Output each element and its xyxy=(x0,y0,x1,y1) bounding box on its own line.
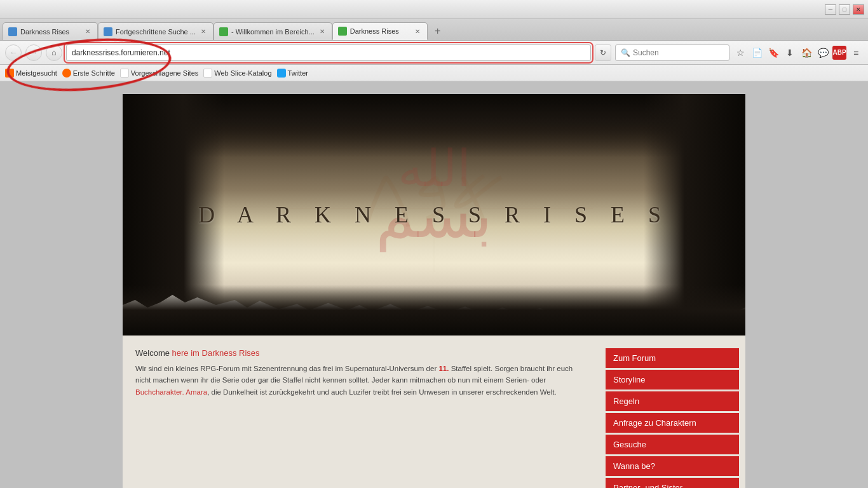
star-icon[interactable]: ☆ xyxy=(733,46,747,60)
tab-1-icon xyxy=(8,27,17,36)
close-button[interactable]: ✕ xyxy=(853,4,864,15)
sidebar-menu: Zum Forum Storyline Regeln Anfrage zu Ch… xyxy=(606,348,739,488)
search-icon: 🔍 xyxy=(621,48,630,57)
tab-4-close[interactable]: ✕ xyxy=(413,27,422,36)
title-bar: ─ □ ✕ xyxy=(0,0,868,19)
menu-partner[interactable]: Partner- und Sister xyxy=(606,478,739,488)
bookmark-vorgeschlagene[interactable]: Vorgeschlagene Sites xyxy=(120,69,198,78)
header-dark-bottom xyxy=(123,285,745,336)
tab-4[interactable]: Darkness Rises ✕ xyxy=(332,22,428,40)
tab-2-title: Fortgeschrittene Suche ... xyxy=(116,28,196,36)
search-input[interactable] xyxy=(633,48,728,57)
window-controls[interactable]: ─ □ ✕ xyxy=(825,4,864,15)
tab-4-icon xyxy=(338,27,347,36)
back-button[interactable]: ← xyxy=(5,44,22,61)
bookmark-meistgesucht-label: Meistgesucht xyxy=(16,69,57,77)
home-button[interactable]: ⌂ xyxy=(46,44,62,61)
site-header: 𐤀𐤁𐤂 بسم الله D A R K N E S S R I S E S xyxy=(123,94,745,336)
tab-2[interactable]: Fortgeschrittene Suche ... ✕ xyxy=(98,22,214,40)
home-nav-icon[interactable]: 🏠 xyxy=(799,46,813,60)
reader-icon[interactable]: 📄 xyxy=(750,46,764,60)
tab-bar: Darkness Rises ✕ Fortgeschrittene Suche … xyxy=(0,19,868,41)
nav-icons: ☆ 📄 🔖 ⬇ 🏠 💬 ABP ≡ xyxy=(733,46,863,60)
menu-anfrage[interactable]: Anfrage zu Charaktern xyxy=(606,413,739,433)
website-wrapper: 𐤀𐤁𐤂 بسم الله D A R K N E S S R I S E S xyxy=(123,94,745,488)
bookmark-erste-schritte[interactable]: Erste Schritte xyxy=(62,69,115,78)
download-icon[interactable]: ⬇ xyxy=(783,46,797,60)
tab-2-close[interactable]: ✕ xyxy=(199,27,208,36)
welcome-text: Wir sind ein kleines RPG-Forum mit Szene… xyxy=(135,363,587,398)
bookmark-webslice[interactable]: Web Slice-Katalog xyxy=(203,69,271,78)
bookmark-vorgeschlagene-icon xyxy=(120,69,129,78)
minimize-button[interactable]: ─ xyxy=(825,4,836,15)
new-tab-button[interactable]: + xyxy=(429,22,447,40)
forward-button[interactable]: → xyxy=(25,44,42,61)
refresh-button[interactable]: ↻ xyxy=(595,44,611,61)
menu-wanna-be[interactable]: Wanna be? xyxy=(606,456,739,476)
bookmark-erste-schritte-label: Erste Schritte xyxy=(73,69,115,77)
buchcharakter-link[interactable]: Buchcharakter. Amara xyxy=(135,388,207,396)
tab-1-close[interactable]: ✕ xyxy=(83,27,92,36)
tab-3-close[interactable]: ✕ xyxy=(318,27,327,36)
welcome-heading: Welcome here im Darkness Rises xyxy=(135,348,587,358)
url-bar[interactable] xyxy=(66,44,591,61)
tab-1-title: Darkness Rises xyxy=(20,28,80,36)
tab-1[interactable]: Darkness Rises ✕ xyxy=(3,22,98,40)
bookmark-webslice-label: Web Slice-Katalog xyxy=(214,69,271,77)
tab-4-title: Darkness Rises xyxy=(350,27,410,35)
menu-gesuche[interactable]: Gesuche xyxy=(606,435,739,454)
tab-2-icon xyxy=(104,27,112,36)
pocket-icon[interactable]: 🔖 xyxy=(766,46,780,60)
bookmark-twitter[interactable]: Twitter xyxy=(277,69,308,78)
bookmark-twitter-icon xyxy=(277,69,286,78)
site-title: D A R K N E S S R I S E S xyxy=(198,201,670,228)
tab-3[interactable]: - Willkommen im Bereich... ✕ xyxy=(214,22,332,40)
sync-icon[interactable]: 💬 xyxy=(816,46,830,60)
menu-regeln[interactable]: Regeln xyxy=(606,391,739,411)
bookmark-erste-schritte-icon xyxy=(62,69,71,78)
content-left: Welcome here im Darkness Rises Wir sind … xyxy=(123,336,599,488)
page-content: 𐤀𐤁𐤂 بسم الله D A R K N E S S R I S E S xyxy=(0,81,868,488)
staffel-number: 11. xyxy=(438,365,449,372)
bookmark-meistgesucht-icon xyxy=(5,69,14,78)
url-input[interactable] xyxy=(72,48,585,57)
bookmark-webslice-icon xyxy=(203,69,212,78)
search-bar[interactable]: 🔍 xyxy=(615,44,729,61)
content-right: Zum Forum Storyline Regeln Anfrage zu Ch… xyxy=(599,336,745,488)
bookmark-meistgesucht[interactable]: Meistgesucht xyxy=(5,69,57,78)
menu-zum-forum[interactable]: Zum Forum xyxy=(606,348,739,368)
maximize-button[interactable]: □ xyxy=(839,4,850,15)
main-content: Welcome here im Darkness Rises Wir sind … xyxy=(123,336,745,488)
adblock-icon[interactable]: ABP xyxy=(832,46,846,60)
welcome-link[interactable]: here im Darkness Rises xyxy=(172,348,260,358)
menu-icon[interactable]: ≡ xyxy=(849,46,863,60)
bookmarks-bar: Meistgesucht Erste Schritte Vorgeschlage… xyxy=(0,65,868,81)
nav-bar: ← → ⌂ ↻ 🔍 ☆ 📄 🔖 ⬇ 🏠 💬 ABP ≡ xyxy=(0,41,868,65)
tab-3-title: - Willkommen im Bereich... xyxy=(231,28,315,36)
menu-storyline[interactable]: Storyline xyxy=(606,370,739,390)
bookmark-vorgeschlagene-label: Vorgeschlagene Sites xyxy=(131,69,198,77)
bookmark-twitter-label: Twitter xyxy=(288,69,308,77)
tab-3-icon xyxy=(219,27,228,36)
